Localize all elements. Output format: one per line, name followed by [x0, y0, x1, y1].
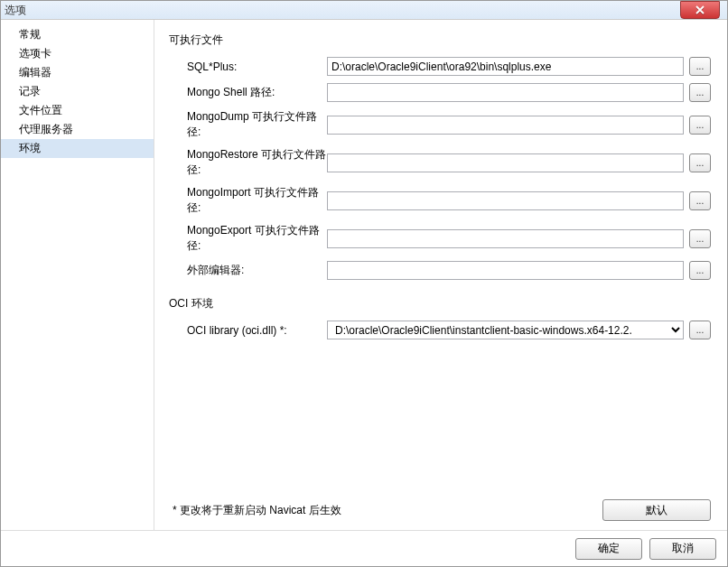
sidebar-item-label: 环境 — [19, 142, 41, 154]
footer: 确定 取消 — [1, 530, 727, 566]
sidebar-item-proxy[interactable]: 代理服务器 — [1, 120, 154, 139]
sidebar-item-file-location[interactable]: 文件位置 — [1, 101, 154, 120]
content-area: 常规 选项卡 编辑器 记录 文件位置 代理服务器 环境 可执行文件 SQL*Pl… — [1, 19, 727, 530]
input-mongodump[interactable] — [327, 116, 684, 135]
main-panel: 可执行文件 SQL*Plus: ... Mongo Shell 路径: ... … — [154, 20, 727, 530]
row-mongorestore: MongoRestore 可执行文件路径: ... — [169, 147, 711, 178]
cancel-button[interactable]: 取消 — [649, 538, 716, 560]
browse-oci-library[interactable]: ... — [689, 321, 711, 339]
browse-mongorestore[interactable]: ... — [689, 153, 711, 172]
row-oci-library: OCI library (oci.dll) *: D:\oracle\Oracl… — [169, 321, 711, 339]
row-mongoimport: MongoImport 可执行文件路径: ... — [169, 185, 711, 216]
row-sqlplus: SQL*Plus: ... — [169, 57, 711, 76]
close-button[interactable] — [680, 1, 720, 19]
default-button[interactable]: 默认 — [602, 499, 711, 521]
sidebar-item-general[interactable]: 常规 — [1, 25, 154, 44]
label-mongorestore: MongoRestore 可执行文件路径: — [169, 147, 327, 178]
input-sqlplus[interactable] — [327, 57, 684, 76]
titlebar: 选项 — [1, 1, 727, 19]
browse-external-editor[interactable]: ... — [689, 261, 711, 280]
restart-note: * 更改将于重新启动 Navicat 后生效 — [169, 503, 341, 518]
row-mongodump: MongoDump 可执行文件路径: ... — [169, 109, 711, 140]
label-mongo-shell: Mongo Shell 路径: — [169, 85, 327, 100]
sidebar-item-label: 编辑器 — [19, 66, 51, 79]
sidebar-item-tabs[interactable]: 选项卡 — [1, 44, 154, 63]
browse-sqlplus[interactable]: ... — [689, 57, 711, 76]
row-external-editor: 外部编辑器: ... — [169, 261, 711, 280]
browse-mongoexport[interactable]: ... — [689, 229, 711, 248]
sidebar-item-label: 代理服务器 — [19, 123, 73, 135]
input-mongorestore[interactable] — [327, 153, 684, 172]
browse-mongo-shell[interactable]: ... — [689, 83, 711, 102]
spacer — [169, 347, 711, 490]
options-dialog: 选项 常规 选项卡 编辑器 记录 文件位置 代理服务器 环境 可执行文件 SQL… — [0, 0, 728, 567]
window-title: 选项 — [5, 3, 26, 18]
input-mongoexport[interactable] — [327, 229, 684, 248]
sidebar-item-records[interactable]: 记录 — [1, 82, 154, 101]
note-row: * 更改将于重新启动 Navicat 后生效 默认 — [169, 499, 711, 521]
sidebar: 常规 选项卡 编辑器 记录 文件位置 代理服务器 环境 — [1, 20, 154, 530]
label-external-editor: 外部编辑器: — [169, 263, 327, 278]
input-external-editor[interactable] — [327, 261, 684, 280]
sidebar-item-label: 记录 — [19, 85, 41, 98]
label-mongodump: MongoDump 可执行文件路径: — [169, 109, 327, 140]
browse-mongoimport[interactable]: ... — [689, 191, 711, 210]
input-mongoimport[interactable] — [327, 191, 684, 210]
close-icon — [695, 5, 705, 14]
section-oci-title: OCI 环境 — [169, 296, 711, 311]
row-mongo-shell: Mongo Shell 路径: ... — [169, 83, 711, 102]
row-mongoexport: MongoExport 可执行文件路径: ... — [169, 223, 711, 254]
browse-mongodump[interactable]: ... — [689, 116, 711, 135]
sidebar-item-label: 选项卡 — [19, 47, 51, 60]
sidebar-item-label: 常规 — [19, 28, 41, 41]
label-sqlplus: SQL*Plus: — [169, 60, 327, 73]
label-mongoimport: MongoImport 可执行文件路径: — [169, 185, 327, 216]
sidebar-item-label: 文件位置 — [19, 104, 62, 116]
label-oci-library: OCI library (oci.dll) *: — [169, 324, 327, 337]
label-mongoexport: MongoExport 可执行文件路径: — [169, 223, 327, 254]
sidebar-item-editor[interactable]: 编辑器 — [1, 63, 154, 82]
section-executables-title: 可执行文件 — [169, 33, 711, 48]
ok-button[interactable]: 确定 — [575, 538, 642, 560]
input-mongo-shell[interactable] — [327, 83, 684, 102]
select-oci-library[interactable]: D:\oracle\Oracle9iClient\instantclient-b… — [327, 321, 684, 339]
sidebar-item-environment[interactable]: 环境 — [1, 139, 154, 158]
